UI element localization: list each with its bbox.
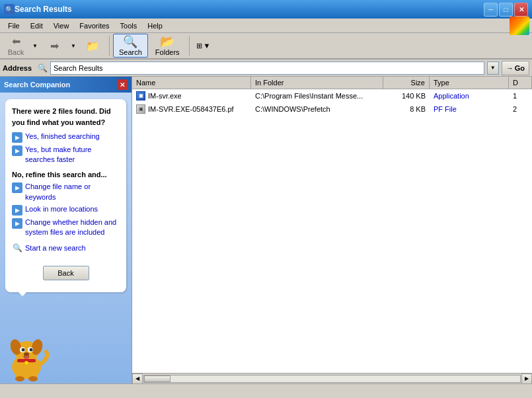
back-label: Back: [8, 48, 24, 56]
app-icon: 🔍: [4, 4, 15, 15]
search-panel: Search Companion ✕ There were 2 files fo…: [0, 77, 132, 383]
go-arrow-icon: →: [506, 64, 513, 72]
arrow-icon-1: ▶: [12, 132, 22, 143]
up-icon: 📁: [86, 40, 99, 52]
scroll-right-button[interactable]: ▶: [521, 374, 532, 384]
panel-close-button[interactable]: ✕: [117, 79, 128, 90]
folders-icon: 📂: [160, 36, 174, 48]
col-header-type[interactable]: Type: [430, 77, 509, 89]
views-dropdown-arrow: ▼: [204, 42, 211, 50]
svg-point-6: [22, 348, 25, 352]
main-area: Search Companion ✕ There were 2 files fo…: [0, 77, 532, 383]
menu-edit[interactable]: Edit: [25, 20, 48, 31]
toolbar-separator-1: [109, 36, 110, 56]
table-row[interactable]: ▣ IM-SVR.EXE-058437E6.pf C:\WINDOWS\Pref…: [132, 102, 532, 116]
bubble-back-button[interactable]: Back: [43, 266, 89, 280]
yes-faster-link[interactable]: ▶ Yes, but make future searches faster: [12, 145, 120, 165]
menu-view[interactable]: View: [48, 20, 75, 31]
search-label: Search: [119, 48, 142, 56]
col-header-folder[interactable]: In Folder: [251, 77, 383, 89]
views-icon: ⊞: [196, 42, 202, 50]
views-button[interactable]: ⊞ ▼: [193, 34, 214, 58]
scroll-left-button[interactable]: ◀: [132, 374, 143, 384]
scroll-thumb[interactable]: [144, 376, 171, 382]
forward-dropdown[interactable]: ▼: [69, 34, 78, 58]
address-dropdown[interactable]: ▼: [487, 61, 499, 75]
go-label: Go: [515, 64, 525, 72]
change-hidden-link[interactable]: ▶ Change whether hidden and system files…: [12, 218, 120, 238]
pf-icon-1: ▣: [136, 104, 145, 114]
folders-label: Folders: [155, 48, 180, 56]
panel-header: Search Companion ✕: [0, 77, 132, 93]
yes-faster-label: Yes, but make future searches faster: [25, 145, 120, 165]
yes-finished-label: Yes, finished searching: [25, 132, 100, 141]
change-name-label: Change file name or keywords: [25, 182, 120, 202]
file-area: Name In Folder Size Type D ▣ IM-svr.exe …: [132, 77, 532, 383]
new-search-icon: 🔍: [12, 243, 22, 254]
file-name-0: ▣ IM-svr.exe: [132, 91, 251, 101]
file-size-1: 8 KB: [383, 104, 430, 114]
menu-file[interactable]: File: [3, 20, 25, 31]
file-header: Name In Folder Size Type D: [132, 77, 532, 89]
forward-icon: ➡: [50, 40, 59, 52]
table-row[interactable]: ▣ IM-svr.exe C:\Program Files\Instant Me…: [132, 89, 532, 102]
menu-help[interactable]: Help: [142, 20, 168, 31]
address-icon: 🔍: [37, 63, 48, 73]
panel-title: Search Companion: [4, 81, 70, 89]
statusbar: [0, 383, 532, 398]
col-header-name[interactable]: Name: [132, 77, 251, 89]
address-value[interactable]: Search Results: [50, 61, 484, 75]
menubar: File Edit View Favorites Tools Help: [0, 19, 532, 33]
up-button[interactable]: 📁: [79, 34, 106, 58]
arrow-icon-4: ▶: [12, 205, 22, 216]
titlebar: 🔍 Search Results ─ □ ✕: [0, 0, 532, 19]
back-dropdown[interactable]: ▼: [30, 34, 40, 58]
change-name-link[interactable]: ▶ Change file name or keywords: [12, 182, 120, 202]
file-date-0: 1: [509, 91, 532, 100]
file-date-1: 2: [509, 104, 532, 114]
toolbar-separator-2: [189, 36, 190, 56]
yes-finished-link[interactable]: ▶ Yes, finished searching: [12, 132, 120, 143]
go-button[interactable]: → Go: [502, 61, 529, 75]
change-hidden-label: Change whether hidden and system files a…: [25, 218, 120, 238]
file-type-0: Application: [430, 91, 509, 100]
menu-tools[interactable]: Tools: [115, 20, 143, 31]
horizontal-scrollbar[interactable]: ◀ ▶: [132, 373, 532, 383]
search-toolbar-icon: 🔍: [123, 36, 137, 48]
svg-point-7: [30, 348, 33, 352]
file-type-1: PF File: [430, 104, 509, 114]
file-name-1: ▣ IM-SVR.EXE-058437E6.pf: [132, 104, 251, 114]
address-label: Address: [3, 64, 32, 72]
scroll-track[interactable]: [143, 375, 521, 383]
back-button[interactable]: ⬅ Back: [3, 34, 29, 58]
forward-button[interactable]: ➡: [41, 34, 67, 58]
dog-mascot: [0, 324, 132, 383]
col-header-size[interactable]: Size: [383, 77, 430, 89]
window-controls: ─ □ ✕: [484, 3, 528, 17]
search-button[interactable]: 🔍 Search: [113, 34, 148, 58]
close-button[interactable]: ✕: [514, 3, 528, 17]
look-more-label: Look in more locations: [25, 204, 98, 214]
col-header-date[interactable]: D: [509, 77, 532, 89]
no-section-label: No, refine this search and...: [12, 169, 120, 180]
file-size-0: 140 KB: [383, 91, 430, 100]
toolbar: ⬅ Back ▼ ➡ ▼ 📁 🔍 Search 📂 Folders ⊞ ▼: [0, 33, 532, 60]
look-more-link[interactable]: ▶ Look in more locations: [12, 204, 120, 216]
file-folder-0: C:\Program Files\Instant Messe...: [251, 91, 383, 100]
new-search-label: Start a new search: [25, 243, 86, 253]
addressbar: Address 🔍 Search Results ▼ → Go: [0, 60, 532, 77]
menu-favorites[interactable]: Favorites: [74, 20, 114, 31]
new-search-link[interactable]: 🔍 Start a new search: [12, 243, 120, 254]
arrow-icon-2: ▶: [12, 145, 22, 156]
window-title: Search Results: [15, 5, 484, 14]
folders-button[interactable]: 📂 Folders: [149, 34, 186, 58]
svg-point-14: [15, 376, 24, 381]
exe-icon-0: ▣: [136, 91, 145, 100]
svg-point-11: [24, 361, 28, 365]
speech-bubble: There were 2 files found. Did you find w…: [5, 99, 126, 292]
minimize-button[interactable]: ─: [484, 3, 498, 17]
windows-logo: [510, 17, 529, 35]
svg-point-15: [28, 376, 38, 381]
maximize-button[interactable]: □: [499, 3, 513, 17]
arrow-icon-5: ▶: [12, 218, 22, 229]
